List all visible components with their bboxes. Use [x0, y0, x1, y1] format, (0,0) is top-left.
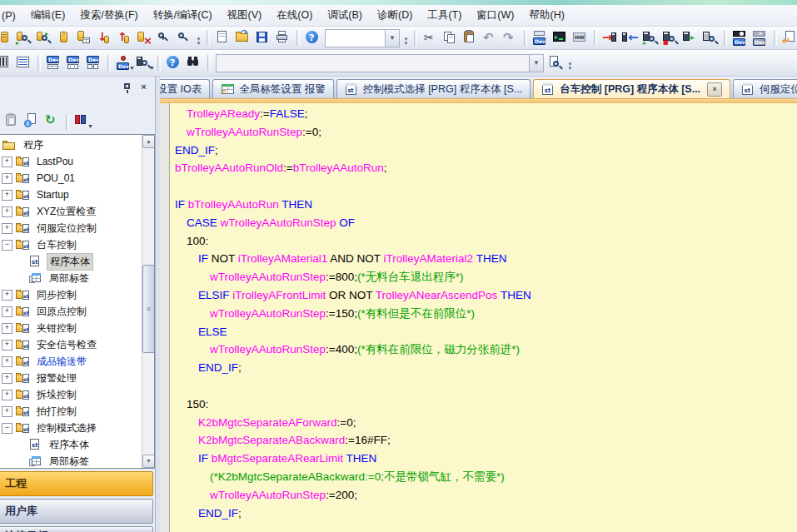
tree-expand-toggle[interactable]: − — [2, 240, 12, 251]
tree-expand-toggle[interactable]: + — [2, 206, 12, 217]
close-pane-button[interactable]: × — [137, 81, 151, 94]
redo-button[interactable]: ↷ — [501, 29, 520, 47]
data-check-button[interactable]: i — [23, 112, 42, 131]
find-button[interactable] — [185, 54, 203, 72]
statement-list-button[interactable] — [15, 54, 33, 72]
tree-expand-toggle[interactable]: + — [2, 373, 12, 384]
tree-expand-toggle[interactable]: + — [2, 306, 12, 317]
tree-expand-toggle[interactable]: + — [2, 290, 12, 301]
device-batch-monitor-button[interactable]: ▼ — [135, 54, 153, 72]
tree-expand-toggle[interactable]: + — [2, 173, 12, 184]
menu-item-0[interactable]: (P) — [0, 7, 23, 24]
navigator-project-button[interactable]: 工程 — [0, 471, 153, 496]
tree-expand-toggle[interactable]: + — [2, 157, 12, 167]
module-monitor-button[interactable]: HW — [571, 29, 590, 47]
dropdown-arrow-icon[interactable]: ▼ — [87, 123, 93, 129]
module-configuration-button[interactable] — [0, 54, 13, 72]
menu-item-3[interactable]: 转换/编译(C) — [146, 6, 220, 25]
tree-item-16[interactable]: +st拍打控制 — [0, 403, 142, 420]
cut-button[interactable]: ✂ — [421, 29, 440, 47]
menu-item-4[interactable]: 视图(V) — [220, 6, 270, 25]
toolbar-overflow-button[interactable]: ▾▾ — [401, 28, 411, 47]
tree-item-14[interactable]: +st报警处理 — [0, 370, 142, 386]
menu-item-10[interactable]: 帮助(H) — [521, 6, 571, 25]
delete-label-button[interactable]: × — [135, 29, 153, 47]
tab-1[interactable]: 全局标签设置 报警 — [212, 79, 333, 98]
device-test-on-button[interactable]: Dev — [731, 29, 750, 47]
find-in-document-button[interactable] — [546, 54, 565, 72]
menu-item-7[interactable]: 诊断(D) — [370, 6, 420, 25]
device-test-off-button[interactable]: ▸Dev — [751, 29, 770, 47]
tree-expand-toggle[interactable]: + — [2, 190, 12, 201]
dropdown-arrow-icon[interactable]: ▼ — [129, 65, 135, 71]
read-label-from-device-button[interactable]: ↓ — [95, 29, 113, 47]
tree-item-17[interactable]: −st控制模式选择 — [0, 420, 142, 436]
tree-item-10[interactable]: +st回原点控制 — [0, 303, 142, 320]
scroll-thumb[interactable]: ≡ — [142, 265, 155, 353]
tree-item-12[interactable]: +st安全信号检查 — [0, 336, 142, 353]
tab-3[interactable]: st台车控制 [PRG] 程序本体 [S...× — [533, 79, 730, 98]
help-button[interactable]: ? — [304, 29, 322, 47]
st-code-editor[interactable]: TrolleyAReady:=FALSE;wTrolleyAAutoRunSte… — [160, 103, 797, 532]
tree-expand-toggle[interactable]: + — [2, 356, 12, 367]
tree-item-15[interactable]: +st拆垛控制 — [0, 386, 142, 403]
menu-item-1[interactable]: 编辑(E) — [23, 6, 73, 25]
tree-item-4[interactable]: +stXYZ位置检查 — [0, 203, 142, 220]
tree-item-11[interactable]: +st夹钳控制 — [0, 320, 142, 336]
print-button[interactable] — [274, 29, 292, 47]
tree-item-5[interactable]: +st伺服定位控制 — [0, 220, 142, 236]
label-list-button[interactable] — [75, 29, 93, 47]
save-project-button[interactable] — [254, 29, 272, 47]
new-label-button[interactable] — [55, 29, 73, 47]
scroll-down-icon[interactable]: ▼ — [142, 455, 155, 468]
watch-stop-button[interactable] — [701, 29, 720, 47]
tree-expand-toggle[interactable]: + — [2, 390, 12, 400]
tree-expand-toggle[interactable]: + — [2, 323, 12, 334]
tab-0[interactable]: 设置 IO表 — [160, 79, 210, 98]
tree-item-1[interactable]: +stLastPou — [0, 153, 142, 170]
find-label-prev-button[interactable]: ▸ — [35, 29, 53, 47]
tree-item-9[interactable]: +st同步控制 — [0, 286, 142, 303]
scroll-up-icon[interactable]: ▲ — [142, 135, 155, 148]
tab-close-button[interactable]: × — [707, 82, 722, 97]
verify-button[interactable]: ↵ — [781, 29, 797, 47]
tree-expand-toggle[interactable]: + — [2, 340, 12, 351]
label-editor-button[interactable] — [0, 29, 13, 47]
tree-item-6[interactable]: −st台车控制 — [0, 236, 142, 253]
tree-item-19[interactable]: 局部标签 — [0, 453, 142, 468]
combo-dropdown-icon[interactable]: ▼ — [385, 30, 399, 47]
paste-button[interactable] — [461, 29, 480, 47]
update-data-button[interactable]: ↻ — [43, 112, 62, 131]
undo-button[interactable]: ↶ — [481, 29, 500, 47]
monitor-terminal-button[interactable]: ▸ — [551, 29, 570, 47]
tab-2[interactable]: st控制模式选择 [PRG] 程序本体 [S... — [336, 79, 531, 98]
open-project-button[interactable]: ↷ — [234, 29, 252, 47]
zoom-out-button[interactable]: − — [175, 29, 193, 47]
tree-scrollbar[interactable]: ▲ ≡ ▼ — [142, 135, 154, 468]
tree-item-3[interactable]: +stStartup — [0, 186, 142, 203]
device-memory-button[interactable]: Dev — [65, 54, 83, 72]
watch-start-button[interactable]: ▸ — [681, 29, 700, 47]
copy-button[interactable] — [441, 29, 460, 47]
find-label-next-button[interactable]: ▸ — [15, 29, 33, 47]
navigator-user-library-button[interactable]: 用户库 — [0, 499, 153, 524]
find-target-combo[interactable]: ▼ — [216, 54, 544, 72]
toolbar-overflow-button[interactable]: ▾▾ — [194, 28, 203, 47]
dropdown-arrow-icon[interactable]: ▼ — [149, 65, 155, 71]
help-button[interactable]: ? — [165, 54, 183, 72]
tree-item-13[interactable]: +st成品输送带 — [0, 353, 142, 370]
tree-expand-toggle[interactable]: + — [2, 406, 12, 417]
new-project-button[interactable] — [214, 29, 232, 47]
sort-filter-button[interactable]: ▼ — [73, 112, 92, 131]
project-search-combo[interactable]: ▼ — [325, 29, 400, 47]
watch-window-button[interactable]: Dev▼ — [115, 54, 133, 72]
menu-item-6[interactable]: 调试(B) — [320, 6, 370, 25]
read-from-plc-button[interactable]: ← — [621, 29, 640, 47]
device-initial-value-button[interactable]: Dev — [85, 54, 103, 72]
write-label-to-device-button[interactable]: ↑ — [115, 29, 133, 47]
menu-item-8[interactable]: 工具(T) — [420, 6, 469, 25]
combo-dropdown-icon[interactable]: ▼ — [529, 55, 543, 72]
write-to-plc-button[interactable]: → — [601, 29, 620, 47]
device-comment-button[interactable]: Dev — [45, 54, 63, 72]
tree-expand-toggle[interactable]: − — [2, 423, 12, 434]
